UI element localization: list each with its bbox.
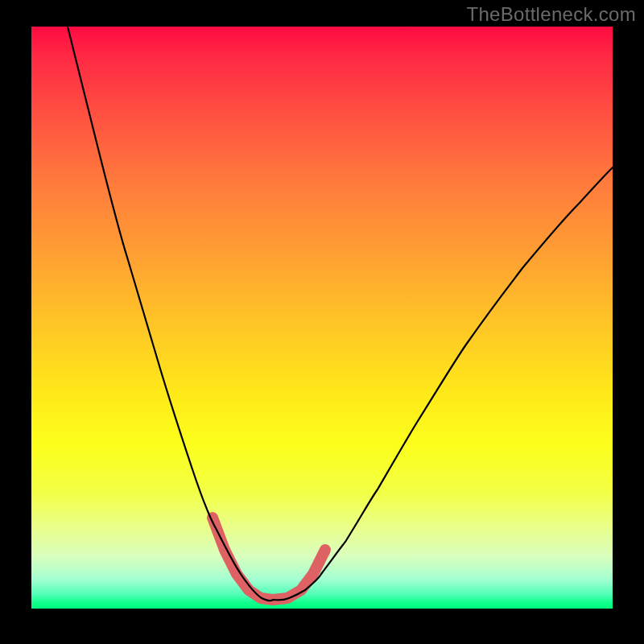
watermark-text: TheBottleneck.com (466, 3, 636, 26)
chart-stage: TheBottleneck.com (0, 0, 644, 644)
plot-area (31, 27, 613, 609)
bottleneck-curve-path (68, 27, 613, 601)
curve-layer (31, 27, 613, 609)
